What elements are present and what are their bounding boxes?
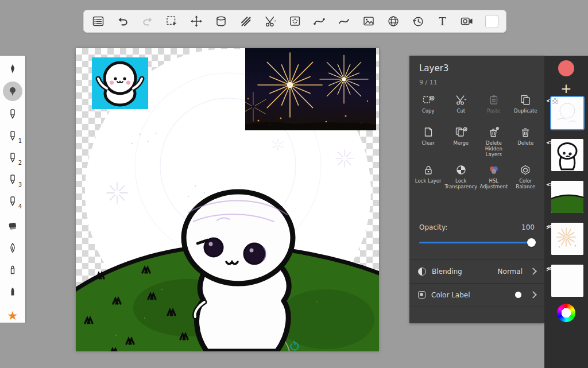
left-tool-rail: 1 2 3 4 ★ xyxy=(0,56,25,323)
color-wheel-button[interactable] xyxy=(557,304,575,322)
history-icon[interactable] xyxy=(411,14,425,29)
cylinder-material-icon[interactable] xyxy=(214,14,229,29)
delete-button[interactable]: Delete xyxy=(510,126,541,157)
layer-thumb-row-4[interactable] xyxy=(544,223,588,256)
pencil-4-tool[interactable]: 4 xyxy=(2,190,24,212)
blending-label: Blending xyxy=(432,268,492,276)
layer-title: Layer3 xyxy=(409,56,544,73)
pencil-2-label: 2 xyxy=(18,160,22,166)
layer-thumbnail[interactable] xyxy=(551,265,583,297)
color-label-icon xyxy=(418,291,425,299)
blending-value: Normal xyxy=(498,268,523,276)
lock-layer-button[interactable]: Lock Layer xyxy=(413,164,443,190)
top-toolbar: T xyxy=(83,10,506,33)
layer-thumbnail[interactable] xyxy=(551,97,583,129)
pencil-3-tool[interactable]: 3 xyxy=(2,168,24,190)
stroke-curve-icon[interactable] xyxy=(336,14,351,29)
mesh-transform-icon[interactable] xyxy=(386,14,401,29)
delete-hidden-icon xyxy=(488,126,500,138)
blending-stump-tool[interactable] xyxy=(2,58,24,80)
blending-icon xyxy=(418,268,426,276)
ink-nib-tool[interactable] xyxy=(2,237,24,259)
eraser-tool[interactable] xyxy=(2,215,24,237)
opacity-slider-track[interactable] xyxy=(419,242,535,243)
color-label-row[interactable]: Color Label xyxy=(409,283,544,307)
pencil-tool[interactable] xyxy=(2,103,24,125)
pencil-1-label: 1 xyxy=(18,138,22,144)
layers-list-icon[interactable] xyxy=(91,14,106,29)
pencil-1-tool[interactable]: 1 xyxy=(2,125,24,146)
marquee-select-icon[interactable] xyxy=(164,14,179,29)
layers-panel: Layer3 9 / 11 Copy Cut Paste Duplicate C… xyxy=(409,56,544,323)
text-tool-glyph: T xyxy=(439,16,446,28)
delete-icon xyxy=(520,126,531,138)
clear-icon xyxy=(423,126,434,138)
color-balance-button[interactable]: Color Balance xyxy=(510,164,541,190)
hsl-adjustment-icon xyxy=(488,164,500,176)
frame-copy-icon[interactable] xyxy=(288,14,303,29)
lock-transparency-icon xyxy=(455,164,467,176)
pencil-3-label: 3 xyxy=(18,181,22,188)
image-import-icon[interactable] xyxy=(361,14,376,29)
opacity-value: 100 xyxy=(521,223,535,231)
chevron-right-icon xyxy=(529,291,537,299)
add-layer-button[interactable]: + xyxy=(544,81,588,96)
pencil-2-tool[interactable]: 2 xyxy=(2,146,24,168)
drawing-canvas[interactable] xyxy=(76,48,379,351)
layer-thumb-row-1[interactable] xyxy=(544,97,588,130)
layer-actions-grid: Copy Cut Paste Duplicate Clear Merge Del… xyxy=(409,86,544,190)
opacity-slider-knob[interactable] xyxy=(527,238,536,247)
blank-canvas-button[interactable] xyxy=(484,14,499,29)
favorites-star-button[interactable]: ★ xyxy=(2,305,24,327)
chevron-right-icon xyxy=(529,268,537,275)
layer-thumb-row-2[interactable] xyxy=(544,139,588,172)
layer-thumbnail[interactable] xyxy=(551,181,583,213)
layer-thumbnail[interactable] xyxy=(551,139,583,171)
opacity-label: Opacity: xyxy=(419,223,447,231)
duplicate-button[interactable]: Duplicate xyxy=(510,94,541,119)
layer-strip: + xyxy=(544,56,588,368)
cyan-character-sticker xyxy=(92,57,148,109)
text-tool-icon[interactable]: T xyxy=(435,14,450,29)
blending-row[interactable]: Blending Normal xyxy=(409,259,544,283)
merge-icon xyxy=(455,126,467,138)
layer-thumb-row-3[interactable] xyxy=(544,181,588,214)
layer-thumbnail[interactable] xyxy=(551,223,583,255)
color-balance-icon xyxy=(520,164,531,176)
transparency-badge-icon xyxy=(552,98,558,104)
blank-canvas-icon xyxy=(485,15,498,28)
cut-button[interactable]: Cut xyxy=(444,94,477,119)
curve-tool-icon[interactable] xyxy=(312,14,327,29)
scissors-cut-icon[interactable] xyxy=(263,14,278,29)
fireworks-photo xyxy=(241,48,376,130)
current-color-swatch[interactable] xyxy=(558,60,574,76)
layer-thumb-row-5[interactable] xyxy=(544,265,588,298)
pencil-4-label: 4 xyxy=(18,203,22,210)
color-label-label: Color Label xyxy=(431,291,509,299)
main-character xyxy=(184,192,293,351)
marker-tool[interactable] xyxy=(2,281,24,303)
opacity-slider[interactable] xyxy=(419,238,535,247)
delete-hidden-layers-button[interactable]: Delete Hidden Layers xyxy=(478,126,509,157)
clear-button[interactable]: Clear xyxy=(413,126,443,157)
round-brush-tool-selected[interactable] xyxy=(3,82,22,101)
lock-transparency-button[interactable]: Lock Transparency xyxy=(444,164,477,190)
hatch-screentone-icon[interactable] xyxy=(238,14,253,29)
star-icon: ★ xyxy=(7,310,18,322)
redo-icon[interactable] xyxy=(140,14,155,29)
cut-icon xyxy=(455,94,467,106)
move-transform-icon[interactable] xyxy=(189,14,204,29)
layer-position: 9 / 11 xyxy=(409,73,544,86)
airbrush-tool[interactable] xyxy=(2,259,24,281)
copy-icon xyxy=(422,94,435,106)
paste-icon xyxy=(488,94,500,106)
camera-roll-icon[interactable] xyxy=(459,14,474,29)
copy-button[interactable]: Copy xyxy=(413,94,443,119)
next-row-partial xyxy=(409,307,544,311)
paste-button[interactable]: Paste xyxy=(478,94,509,119)
merge-button[interactable]: Merge xyxy=(444,126,477,157)
hsl-adjustment-button[interactable]: HSL Adjustment xyxy=(478,164,509,190)
canvas-artwork xyxy=(76,48,379,351)
duplicate-icon xyxy=(520,94,531,106)
undo-icon[interactable] xyxy=(115,14,130,29)
